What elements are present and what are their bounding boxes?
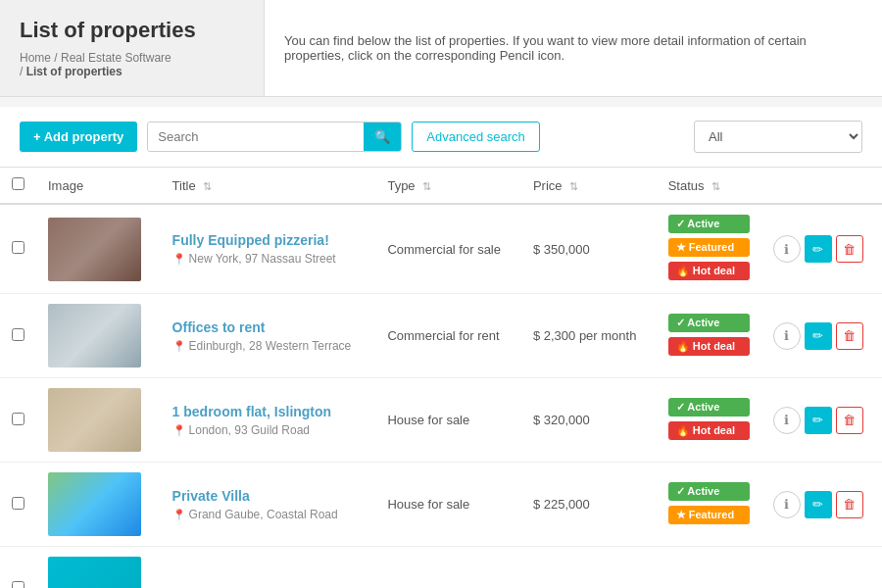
property-location: New York, 97 Nassau Street: [172, 252, 365, 266]
row-price-cell: $ 225,000: [521, 463, 657, 547]
table-row: [0, 547, 882, 589]
edit-icon: ✏: [812, 242, 823, 257]
status-badge-active: ✓ Active: [668, 398, 750, 416]
row-price-cell: $ 2,300 per month: [521, 294, 657, 378]
row-image-cell: [36, 463, 161, 547]
info-button[interactable]: ℹ: [773, 235, 801, 263]
header-type[interactable]: Type ⇅: [375, 168, 521, 204]
info-button[interactable]: ℹ: [773, 322, 801, 350]
action-buttons: ℹ ✏ 🗑: [773, 322, 870, 350]
table-row: Private Villa Grand Gaube, Coastal Road …: [0, 463, 882, 547]
info-icon: ℹ: [784, 497, 789, 512]
delete-button[interactable]: 🗑: [836, 491, 863, 518]
row-actions-cell: ℹ ✏ 🗑: [761, 378, 882, 463]
property-image: [48, 304, 141, 368]
advanced-search-button[interactable]: Advanced search: [412, 122, 539, 152]
search-wrapper: 🔍: [147, 122, 402, 152]
row-checkbox[interactable]: [12, 497, 24, 510]
header-image: Image: [36, 168, 161, 204]
edit-button[interactable]: ✏: [805, 235, 832, 263]
header-description: You can find below the list of propertie…: [265, 0, 882, 96]
property-image: [48, 388, 141, 452]
search-icon: 🔍: [374, 129, 390, 144]
delete-icon: 🗑: [843, 497, 856, 512]
row-checkbox-cell: [0, 204, 36, 294]
row-title-cell: Offices to rent Edinburgh, 28 Western Te…: [161, 294, 376, 378]
row-title-cell: Private Villa Grand Gaube, Coastal Road: [161, 463, 376, 547]
select-all-checkbox[interactable]: [12, 177, 24, 190]
row-actions-cell: ℹ ✏ 🗑: [761, 463, 882, 547]
status-badge-hot-deal: 🔥 Hot deal: [668, 262, 750, 280]
edit-button[interactable]: ✏: [805, 322, 832, 350]
row-price-cell: $ 320,000: [521, 378, 657, 463]
header-left: List of properties Home / Real Estate So…: [0, 0, 265, 96]
row-image-cell: [36, 547, 161, 589]
header-checkbox-cell: [0, 168, 36, 204]
status-badges: ✓ Active★ Featured🔥 Hot deal: [668, 215, 750, 283]
row-checkbox[interactable]: [12, 581, 24, 589]
property-title: Private Villa: [172, 488, 365, 504]
properties-table: Image Title ⇅ Type ⇅ Price ⇅ Status ⇅: [0, 168, 882, 588]
table-row: 1 bedroom flat, Islington London, 93 Gui…: [0, 378, 882, 463]
property-image: [48, 472, 141, 536]
edit-button[interactable]: ✏: [805, 407, 832, 434]
row-checkbox[interactable]: [12, 328, 24, 341]
delete-button[interactable]: 🗑: [836, 235, 863, 263]
row-status-cell: ✓ Active★ Featured🔥 Hot deal: [657, 204, 761, 294]
delete-icon: 🗑: [843, 413, 856, 427]
page-header: List of properties Home / Real Estate So…: [0, 0, 882, 97]
action-buttons: ℹ ✏ 🗑: [773, 235, 870, 263]
table-row: Offices to rent Edinburgh, 28 Western Te…: [0, 294, 882, 378]
action-buttons: ℹ ✏ 🗑: [773, 407, 870, 434]
breadcrumb-home[interactable]: Home: [20, 51, 51, 65]
property-title: Fully Equipped pizzeria!: [172, 232, 365, 248]
info-button[interactable]: ℹ: [773, 407, 801, 434]
row-status-cell: ✓ Active🔥 Hot deal: [657, 378, 761, 463]
status-badge-hot-deal: 🔥 Hot deal: [668, 337, 750, 356]
header-actions: [761, 168, 882, 204]
row-status-cell: ✓ Active★ Featured: [657, 463, 761, 547]
delete-icon: 🗑: [843, 328, 856, 343]
property-location: Edinburgh, 28 Western Terrace: [172, 339, 365, 353]
row-checkbox[interactable]: [12, 241, 24, 254]
property-title: 1 bedroom flat, Islington: [172, 404, 365, 419]
row-actions-cell: ℹ ✏ 🗑: [761, 294, 882, 378]
row-type-cell: Commercial for sale: [375, 204, 521, 294]
filter-select[interactable]: All Commercial for sale Commercial for r…: [694, 121, 862, 153]
row-type-cell: Commercial for rent: [375, 294, 521, 378]
breadcrumb-current: List of properties: [26, 65, 122, 78]
info-icon: ℹ: [784, 242, 789, 257]
add-property-button[interactable]: + Add property: [20, 122, 137, 152]
row-checkbox-cell: [0, 294, 36, 378]
delete-icon: 🗑: [843, 242, 856, 257]
header-price[interactable]: Price ⇅: [521, 168, 657, 204]
row-title-cell: Fully Equipped pizzeria! New York, 97 Na…: [161, 204, 376, 294]
row-type-cell: House for sale: [375, 463, 521, 547]
row-price-cell: $ 350,000: [521, 204, 657, 294]
property-image: [48, 218, 141, 281]
property-location: Grand Gaube, Coastal Road: [172, 508, 365, 521]
properties-table-container: Image Title ⇅ Type ⇅ Price ⇅ Status ⇅: [0, 168, 882, 588]
delete-button[interactable]: 🗑: [836, 322, 863, 350]
search-button[interactable]: 🔍: [364, 122, 401, 151]
breadcrumb-parent[interactable]: Real Estate Software: [61, 51, 172, 65]
row-checkbox-cell: [0, 547, 36, 589]
breadcrumb: Home / Real Estate Software / List of pr…: [20, 51, 244, 78]
property-title: Offices to rent: [172, 319, 365, 335]
info-button[interactable]: ℹ: [773, 491, 801, 518]
search-input[interactable]: [148, 122, 364, 151]
row-checkbox[interactable]: [12, 413, 24, 425]
row-type-cell: House for sale: [375, 378, 521, 463]
header-title[interactable]: Title ⇅: [161, 168, 376, 204]
header-status[interactable]: Status ⇅: [657, 168, 761, 204]
row-image-cell: [36, 378, 161, 463]
status-badge-hot-deal: 🔥 Hot deal: [668, 421, 750, 440]
row-title-cell: 1 bedroom flat, Islington London, 93 Gui…: [161, 378, 376, 463]
status-badge-active: ✓ Active: [668, 215, 750, 233]
edit-button[interactable]: ✏: [805, 491, 832, 518]
status-badges: ✓ Active★ Featured: [668, 482, 750, 527]
table-header-row: Image Title ⇅ Type ⇅ Price ⇅ Status ⇅: [0, 168, 882, 204]
type-sort-icon: ⇅: [422, 180, 431, 193]
edit-icon: ✏: [812, 413, 823, 427]
delete-button[interactable]: 🗑: [836, 407, 863, 434]
